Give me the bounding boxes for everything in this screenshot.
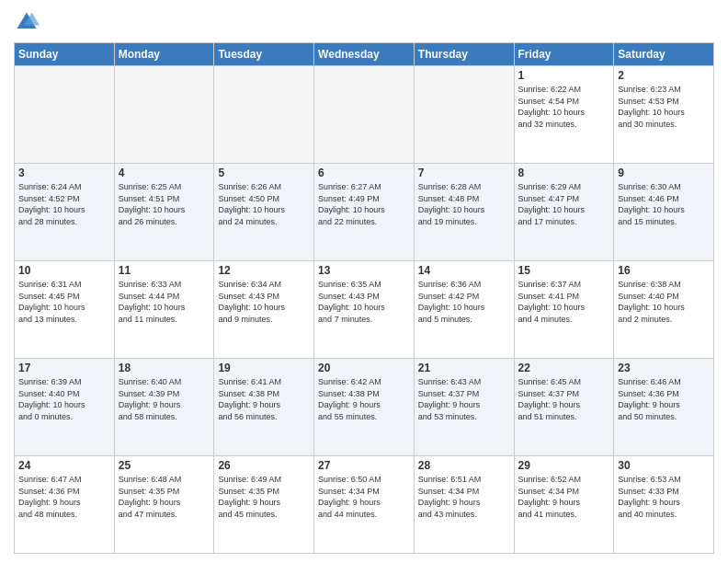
day-info: Sunrise: 6:42 AMSunset: 4:38 PMDaylight:… <box>318 376 410 422</box>
calendar-cell: 29Sunrise: 6:52 AMSunset: 4:34 PMDayligh… <box>514 456 614 554</box>
calendar-cell: 16Sunrise: 6:38 AMSunset: 4:40 PMDayligh… <box>614 261 714 359</box>
calendar-cell: 25Sunrise: 6:48 AMSunset: 4:35 PMDayligh… <box>114 456 214 554</box>
calendar-cell: 19Sunrise: 6:41 AMSunset: 4:38 PMDayligh… <box>214 359 314 456</box>
calendar-cell: 20Sunrise: 6:42 AMSunset: 4:38 PMDayligh… <box>314 359 415 456</box>
header <box>14 9 714 35</box>
calendar-cell: 4Sunrise: 6:25 AMSunset: 4:51 PMDaylight… <box>114 164 214 261</box>
day-number: 4 <box>119 167 210 179</box>
calendar-header: SundayMondayTuesdayWednesdayThursdayFrid… <box>15 43 714 66</box>
day-number: 15 <box>518 264 610 277</box>
calendar-cell: 15Sunrise: 6:37 AMSunset: 4:41 PMDayligh… <box>514 261 614 359</box>
day-number: 3 <box>18 167 110 179</box>
weekday-header-tuesday: Tuesday <box>214 43 314 66</box>
day-info: Sunrise: 6:24 AMSunset: 4:52 PMDaylight:… <box>18 181 110 227</box>
calendar-cell: 23Sunrise: 6:46 AMSunset: 4:36 PMDayligh… <box>614 359 714 456</box>
day-info: Sunrise: 6:28 AMSunset: 4:48 PMDaylight:… <box>418 181 510 227</box>
calendar-cell <box>114 66 214 164</box>
day-number: 12 <box>218 264 310 277</box>
week-row-4: 17Sunrise: 6:39 AMSunset: 4:40 PMDayligh… <box>15 359 714 456</box>
day-number: 29 <box>518 459 610 472</box>
day-number: 14 <box>418 264 510 277</box>
calendar-cell: 3Sunrise: 6:24 AMSunset: 4:52 PMDaylight… <box>15 164 115 261</box>
day-number: 30 <box>618 459 710 472</box>
calendar-cell <box>314 66 415 164</box>
day-number: 6 <box>318 167 410 179</box>
day-number: 13 <box>318 264 410 277</box>
calendar-cell: 21Sunrise: 6:43 AMSunset: 4:37 PMDayligh… <box>414 359 514 456</box>
day-number: 21 <box>418 362 510 374</box>
day-number: 26 <box>218 459 310 472</box>
day-info: Sunrise: 6:25 AMSunset: 4:51 PMDaylight:… <box>119 181 210 227</box>
weekday-header-wednesday: Wednesday <box>314 43 415 66</box>
calendar-cell: 27Sunrise: 6:50 AMSunset: 4:34 PMDayligh… <box>314 456 415 554</box>
day-number: 11 <box>119 264 210 277</box>
page: SundayMondayTuesdayWednesdayThursdayFrid… <box>0 0 728 563</box>
calendar-cell: 2Sunrise: 6:23 AMSunset: 4:53 PMDaylight… <box>614 66 714 164</box>
calendar-cell: 8Sunrise: 6:29 AMSunset: 4:47 PMDaylight… <box>514 164 614 261</box>
day-info: Sunrise: 6:38 AMSunset: 4:40 PMDaylight:… <box>618 279 710 325</box>
day-number: 1 <box>518 69 610 82</box>
calendar-cell: 30Sunrise: 6:53 AMSunset: 4:33 PMDayligh… <box>614 456 714 554</box>
week-row-2: 3Sunrise: 6:24 AMSunset: 4:52 PMDaylight… <box>15 164 714 261</box>
day-info: Sunrise: 6:41 AMSunset: 4:38 PMDaylight:… <box>218 376 310 422</box>
day-info: Sunrise: 6:35 AMSunset: 4:43 PMDaylight:… <box>318 279 410 325</box>
day-number: 27 <box>318 459 410 472</box>
logo-icon <box>14 9 40 35</box>
day-number: 8 <box>518 167 610 179</box>
calendar-cell <box>214 66 314 164</box>
day-info: Sunrise: 6:51 AMSunset: 4:34 PMDaylight:… <box>418 474 510 520</box>
day-number: 24 <box>18 459 110 472</box>
weekday-header-friday: Friday <box>514 43 614 66</box>
day-number: 10 <box>18 264 110 277</box>
calendar-cell <box>15 66 115 164</box>
calendar-cell: 17Sunrise: 6:39 AMSunset: 4:40 PMDayligh… <box>15 359 115 456</box>
day-info: Sunrise: 6:30 AMSunset: 4:46 PMDaylight:… <box>618 181 710 227</box>
calendar-cell: 11Sunrise: 6:33 AMSunset: 4:44 PMDayligh… <box>114 261 214 359</box>
calendar-cell: 7Sunrise: 6:28 AMSunset: 4:48 PMDaylight… <box>414 164 514 261</box>
calendar-cell: 12Sunrise: 6:34 AMSunset: 4:43 PMDayligh… <box>214 261 314 359</box>
weekday-header-sunday: Sunday <box>15 43 115 66</box>
week-row-1: 1Sunrise: 6:22 AMSunset: 4:54 PMDaylight… <box>15 66 714 164</box>
day-info: Sunrise: 6:29 AMSunset: 4:47 PMDaylight:… <box>518 181 610 227</box>
day-number: 20 <box>318 362 410 374</box>
day-info: Sunrise: 6:37 AMSunset: 4:41 PMDaylight:… <box>518 279 610 325</box>
day-number: 18 <box>119 362 210 374</box>
day-number: 17 <box>18 362 110 374</box>
weekday-header-saturday: Saturday <box>614 43 714 66</box>
day-info: Sunrise: 6:46 AMSunset: 4:36 PMDaylight:… <box>618 376 710 422</box>
day-info: Sunrise: 6:23 AMSunset: 4:53 PMDaylight:… <box>618 84 710 130</box>
logo <box>14 9 43 35</box>
calendar-cell: 13Sunrise: 6:35 AMSunset: 4:43 PMDayligh… <box>314 261 415 359</box>
weekday-header-monday: Monday <box>114 43 214 66</box>
day-number: 5 <box>218 167 310 179</box>
day-number: 9 <box>618 167 710 179</box>
day-info: Sunrise: 6:31 AMSunset: 4:45 PMDaylight:… <box>18 279 110 325</box>
day-info: Sunrise: 6:45 AMSunset: 4:37 PMDaylight:… <box>518 376 610 422</box>
day-info: Sunrise: 6:40 AMSunset: 4:39 PMDaylight:… <box>119 376 210 422</box>
day-number: 22 <box>518 362 610 374</box>
calendar-cell: 24Sunrise: 6:47 AMSunset: 4:36 PMDayligh… <box>15 456 115 554</box>
day-info: Sunrise: 6:50 AMSunset: 4:34 PMDaylight:… <box>318 474 410 520</box>
day-info: Sunrise: 6:43 AMSunset: 4:37 PMDaylight:… <box>418 376 510 422</box>
day-number: 25 <box>119 459 210 472</box>
day-info: Sunrise: 6:27 AMSunset: 4:49 PMDaylight:… <box>318 181 410 227</box>
calendar-cell: 1Sunrise: 6:22 AMSunset: 4:54 PMDaylight… <box>514 66 614 164</box>
day-info: Sunrise: 6:36 AMSunset: 4:42 PMDaylight:… <box>418 279 510 325</box>
calendar-cell: 6Sunrise: 6:27 AMSunset: 4:49 PMDaylight… <box>314 164 415 261</box>
calendar-cell: 22Sunrise: 6:45 AMSunset: 4:37 PMDayligh… <box>514 359 614 456</box>
weekday-row: SundayMondayTuesdayWednesdayThursdayFrid… <box>15 43 714 66</box>
day-info: Sunrise: 6:49 AMSunset: 4:35 PMDaylight:… <box>218 474 310 520</box>
day-number: 2 <box>618 69 710 82</box>
day-number: 7 <box>418 167 510 179</box>
day-number: 23 <box>618 362 710 374</box>
day-info: Sunrise: 6:52 AMSunset: 4:34 PMDaylight:… <box>518 474 610 520</box>
day-info: Sunrise: 6:22 AMSunset: 4:54 PMDaylight:… <box>518 84 610 130</box>
calendar-cell: 9Sunrise: 6:30 AMSunset: 4:46 PMDaylight… <box>614 164 714 261</box>
calendar-cell: 10Sunrise: 6:31 AMSunset: 4:45 PMDayligh… <box>15 261 115 359</box>
day-info: Sunrise: 6:26 AMSunset: 4:50 PMDaylight:… <box>218 181 310 227</box>
day-info: Sunrise: 6:33 AMSunset: 4:44 PMDaylight:… <box>119 279 210 325</box>
calendar-cell <box>414 66 514 164</box>
week-row-5: 24Sunrise: 6:47 AMSunset: 4:36 PMDayligh… <box>15 456 714 554</box>
day-info: Sunrise: 6:39 AMSunset: 4:40 PMDaylight:… <box>18 376 110 422</box>
calendar-table: SundayMondayTuesdayWednesdayThursdayFrid… <box>14 42 714 554</box>
